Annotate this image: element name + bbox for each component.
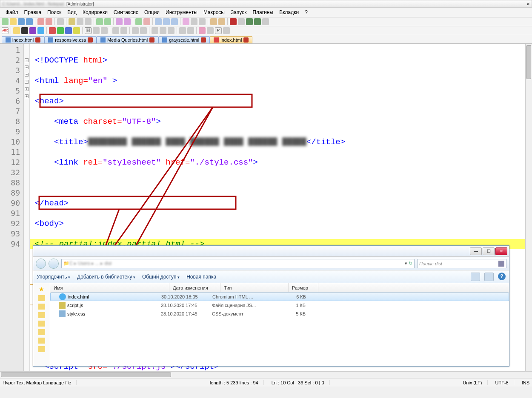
replace-icon[interactable] — [124, 18, 131, 25]
fast-play-icon[interactable] — [254, 18, 261, 25]
menu-file[interactable]: Файл — [3, 9, 21, 16]
tab-index-active[interactable]: index.html — [210, 36, 252, 43]
col-icon[interactable] — [93, 27, 100, 34]
paste-icon[interactable] — [85, 18, 92, 25]
font-green-icon[interactable] — [57, 27, 64, 34]
menu-search[interactable]: Поиск — [44, 9, 64, 16]
zoom-out-icon[interactable] — [143, 18, 150, 25]
folder-icon[interactable] — [38, 304, 45, 310]
add-library-button[interactable]: Добавить в библиотеку — [77, 274, 135, 280]
align-center-icon[interactable] — [160, 27, 166, 34]
folder-icon[interactable] — [38, 295, 45, 301]
find-icon[interactable] — [116, 18, 123, 25]
share-button[interactable]: Общий доступ — [142, 274, 180, 280]
menu-plugins[interactable]: Плагины — [249, 9, 276, 16]
save-icon[interactable] — [18, 18, 25, 25]
file-row[interactable]: style.css 28.10.2020 17:45 CSS-документ … — [50, 310, 509, 318]
tab-responsive[interactable]: responsive.css — [44, 36, 97, 43]
new-folder-button[interactable]: Новая папка — [186, 274, 216, 280]
explorer-file-list[interactable]: Имя Дата изменения Тип Размер index.html… — [50, 283, 509, 366]
close-all-icon[interactable] — [46, 18, 52, 25]
outdent-icon[interactable] — [187, 27, 194, 34]
horizontal-scrollbar[interactable] — [0, 371, 532, 378]
menu-tools[interactable]: Инструменты — [163, 9, 200, 16]
fold-gutter[interactable]: −−−−++ — [24, 44, 30, 371]
nav-forward-icon[interactable] — [49, 259, 59, 269]
organize-button[interactable]: Упорядочить — [37, 274, 70, 280]
rec-icon[interactable] — [230, 18, 237, 25]
show-symbols-icon[interactable] — [163, 18, 170, 25]
folder-icon[interactable] — [38, 312, 45, 318]
view-mode-icon[interactable] — [471, 273, 480, 281]
preview-pane-icon[interactable] — [484, 273, 494, 281]
file-explorer-window[interactable]: — ☐ ✕ 📁 C ▸ Users ▸ ... ▸ dist▾ ↻ Поиск:… — [33, 245, 509, 367]
folder-icon[interactable] — [38, 329, 45, 335]
font-blue-icon[interactable] — [65, 27, 72, 34]
indent-icon[interactable] — [179, 27, 186, 34]
menu-encoding[interactable]: Кодировки — [80, 9, 111, 16]
close-button[interactable]: ✕ — [495, 247, 507, 255]
menu-run[interactable]: Запуск — [228, 9, 250, 16]
tab-index-1[interactable]: index.html — [2, 36, 44, 43]
tab-media-queries[interactable]: Media Queries.html — [97, 36, 158, 43]
stop-rec-icon[interactable] — [238, 18, 245, 25]
menu-syntax[interactable]: Синтаксис — [111, 9, 141, 16]
cut-icon[interactable] — [69, 18, 75, 25]
redo-icon[interactable] — [104, 18, 111, 25]
font-yellow-icon[interactable] — [73, 27, 80, 34]
undo-icon[interactable] — [96, 18, 103, 25]
maximize-button[interactable]: ☐ — [483, 247, 495, 255]
font-red-icon[interactable] — [49, 27, 56, 34]
macro-record-icon[interactable] — [183, 18, 189, 25]
inc-icon[interactable] — [112, 27, 119, 34]
sort-desc-icon[interactable] — [140, 27, 147, 34]
play-rec-icon[interactable] — [246, 18, 253, 25]
dec-icon[interactable] — [120, 27, 127, 34]
align-left-icon[interactable] — [152, 27, 158, 34]
copy-path-icon[interactable] — [223, 27, 230, 34]
file-row[interactable]: index.html 30.10.2020 18:05 Chromium HTM… — [50, 293, 509, 301]
sort-asc-icon[interactable] — [132, 27, 139, 34]
save-rec-icon[interactable] — [262, 18, 269, 25]
close-icon[interactable]: ✕ — [526, 2, 530, 6]
new-file-icon[interactable] — [2, 18, 9, 25]
explorer-sidebar[interactable]: ★ — [33, 283, 50, 366]
open-file-icon[interactable] — [10, 18, 17, 25]
help-icon[interactable]: ? — [498, 273, 506, 280]
copy-icon[interactable] — [77, 18, 83, 25]
macro-stop-icon[interactable] — [199, 18, 206, 25]
purple-icon[interactable] — [29, 27, 36, 34]
file-row[interactable]: script.js 28.10.2020 17:45 Файл сценария… — [50, 301, 509, 310]
align-right-icon[interactable] — [168, 27, 174, 34]
nav-back-icon[interactable] — [36, 259, 46, 269]
print-icon[interactable] — [57, 18, 64, 25]
menu-view[interactable]: Вид — [64, 9, 80, 16]
explorer-search[interactable]: Поиск: dist — [417, 259, 506, 268]
zoom-in-icon[interactable] — [135, 18, 142, 25]
favorites-icon[interactable]: ★ — [34, 286, 49, 293]
menu-options[interactable]: Опции — [141, 9, 163, 16]
tbl-icon[interactable] — [101, 27, 108, 34]
run-icon[interactable] — [210, 18, 217, 25]
close-file-icon[interactable] — [37, 18, 44, 25]
vertical-scrollbar[interactable] — [525, 44, 532, 371]
heart-icon[interactable] — [199, 27, 206, 34]
minimize-button[interactable]: — — [470, 247, 482, 255]
folder-icon[interactable] — [38, 346, 45, 352]
tab-grayscale[interactable]: grayscale.html — [158, 36, 210, 43]
menu-help[interactable]: ? — [302, 9, 311, 16]
folder-icon[interactable] — [38, 338, 45, 344]
plugin-icon[interactable] — [218, 18, 225, 25]
menu-macros[interactable]: Макросы — [200, 9, 228, 16]
indent-guide-icon[interactable] — [171, 18, 178, 25]
color-picker-icon[interactable] — [207, 27, 214, 34]
folder-icon[interactable] — [38, 321, 45, 327]
macro-play-icon[interactable] — [191, 18, 197, 25]
dark-icon[interactable] — [21, 27, 28, 34]
save-all-icon[interactable] — [26, 18, 33, 25]
js-icon[interactable] — [13, 27, 20, 34]
menu-edit[interactable]: Правка — [21, 9, 45, 16]
wordwrap-icon[interactable] — [155, 18, 162, 25]
column-headers[interactable]: Имя Дата изменения Тип Размер — [50, 283, 509, 293]
menu-tabs[interactable]: Вкладки — [276, 9, 302, 16]
